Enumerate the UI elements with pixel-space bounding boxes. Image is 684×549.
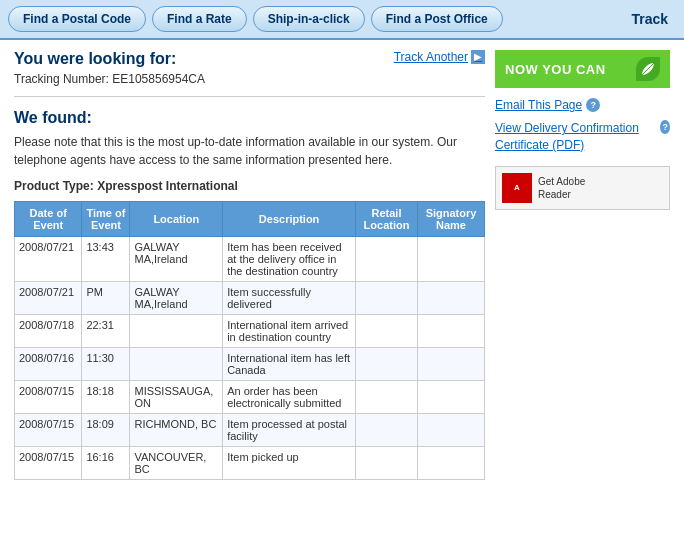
cell-retail [356,348,418,381]
left-panel: You were looking for: Track Another ▶ Tr… [14,50,485,480]
cell-date: 2008/07/15 [15,381,82,414]
found-note: Please note that this is the most up-to-… [14,133,485,169]
cell-time: 11:30 [82,348,130,381]
tracking-table-body: 2008/07/2113:43GALWAY MA,IrelandItem has… [15,237,485,480]
cell-time: PM [82,282,130,315]
looking-for-header: You were looking for: Track Another ▶ [14,50,485,68]
cell-signatory [418,414,485,447]
cell-description: Item picked up [223,447,356,480]
col-description: Description [223,202,356,237]
cell-time: 18:18 [82,381,130,414]
cell-description: Item has been received at the delivery o… [223,237,356,282]
track-another-arrow-icon: ▶ [471,50,485,64]
cell-location: GALWAY MA,Ireland [130,282,223,315]
table-row: 2008/07/1518:09RICHMOND, BCItem processe… [15,414,485,447]
cell-time: 18:09 [82,414,130,447]
cell-retail [356,315,418,348]
track-section-label: Track [631,11,676,27]
cell-date: 2008/07/16 [15,348,82,381]
view-delivery-confirmation-link[interactable]: View Delivery Confirmation Certificate (… [495,120,656,154]
cell-description: Item successfully delivered [223,282,356,315]
email-help-icon[interactable]: ? [586,98,600,112]
col-retail: Retail Location [356,202,418,237]
cell-time: 22:31 [82,315,130,348]
cell-retail [356,414,418,447]
find-postal-code-btn[interactable]: Find a Postal Code [8,6,146,32]
email-this-page-link[interactable]: Email This Page [495,98,582,112]
ship-in-a-click-btn[interactable]: Ship-in-a-click [253,6,365,32]
cell-date: 2008/07/15 [15,447,82,480]
cell-signatory [418,381,485,414]
cell-description: International item has left Canada [223,348,356,381]
cell-retail [356,237,418,282]
main-content: You were looking for: Track Another ▶ Tr… [0,40,684,490]
cell-retail [356,381,418,414]
col-date: Date of Event [15,202,82,237]
cell-signatory [418,237,485,282]
cell-location: RICHMOND, BC [130,414,223,447]
track-another-text: Track Another [394,50,468,64]
cell-date: 2008/07/15 [15,414,82,447]
view-delivery-link-row: View Delivery Confirmation Certificate (… [495,120,670,154]
cell-date: 2008/07/21 [15,282,82,315]
product-type: Product Type: Xpresspost International [14,179,485,193]
looking-for-title: You were looking for: [14,50,176,68]
cell-description: Item processed at postal facility [223,414,356,447]
cell-time: 13:43 [82,237,130,282]
adobe-reader-label: Reader [538,188,585,201]
now-you-can-text: NOW YOU CAN [505,62,606,77]
tracking-number: Tracking Number: EE105856954CA [14,72,485,86]
cell-location: GALWAY MA,Ireland [130,237,223,282]
cell-description: An order has been electronically submitt… [223,381,356,414]
adobe-reader-box[interactable]: A Get Adobe Reader [495,166,670,210]
col-time: Time of Event [82,202,130,237]
table-header-row: Date of Event Time of Event Location Des… [15,202,485,237]
cell-date: 2008/07/21 [15,237,82,282]
cell-signatory [418,447,485,480]
cell-signatory [418,348,485,381]
cell-signatory [418,282,485,315]
cell-retail [356,447,418,480]
table-row: 2008/07/21PMGALWAY MA,IrelandItem succes… [15,282,485,315]
right-panel: NOW YOU CAN Email This Page ? View Deliv… [495,50,670,480]
cell-signatory [418,315,485,348]
email-link-row: Email This Page ? [495,98,670,112]
looking-for-section: You were looking for: Track Another ▶ Tr… [14,50,485,97]
track-another-link[interactable]: Track Another ▶ [394,50,485,64]
we-found-title: We found: [14,109,485,127]
table-row: 2008/07/1611:30International item has le… [15,348,485,381]
cell-date: 2008/07/18 [15,315,82,348]
cell-location [130,348,223,381]
col-signatory: Signatory Name [418,202,485,237]
delivery-help-icon[interactable]: ? [660,120,670,134]
cell-location [130,315,223,348]
table-row: 2008/07/1518:18MISSISSAUGA, ONAn order h… [15,381,485,414]
col-location: Location [130,202,223,237]
adobe-logo-icon: A [502,173,532,203]
cell-time: 16:16 [82,447,130,480]
tracking-table: Date of Event Time of Event Location Des… [14,201,485,480]
leaf-icon [636,57,660,81]
now-you-can-box: NOW YOU CAN [495,50,670,88]
product-name: Xpresspost International [97,179,238,193]
adobe-get-label: Get Adobe [538,175,585,188]
table-row: 2008/07/2113:43GALWAY MA,IrelandItem has… [15,237,485,282]
cell-retail [356,282,418,315]
top-navigation: Find a Postal Code Find a Rate Ship-in-a… [0,0,684,40]
find-post-office-btn[interactable]: Find a Post Office [371,6,503,32]
cell-location: VANCOUVER, BC [130,447,223,480]
we-found-section: We found: Please note that this is the m… [14,109,485,480]
cell-description: International item arrived in destinatio… [223,315,356,348]
svg-line-0 [642,63,654,75]
adobe-reader-text: Get Adobe Reader [538,175,585,201]
table-row: 2008/07/1516:16VANCOUVER, BCItem picked … [15,447,485,480]
product-label: Product Type: [14,179,97,193]
table-row: 2008/07/1822:31International item arrive… [15,315,485,348]
cell-location: MISSISSAUGA, ON [130,381,223,414]
find-rate-btn[interactable]: Find a Rate [152,6,247,32]
